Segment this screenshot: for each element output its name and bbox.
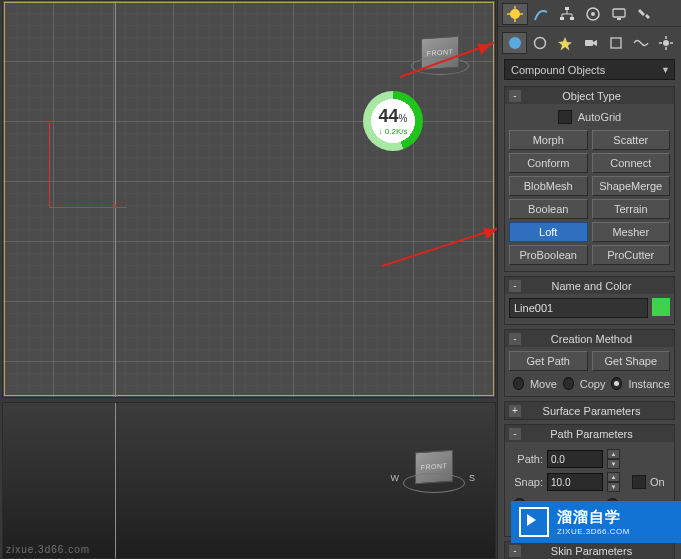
- cat-lights-icon[interactable]: [553, 32, 578, 54]
- object-type-proboolean-button[interactable]: ProBoolean: [509, 245, 588, 265]
- category-dropdown[interactable]: Compound Objects ▼: [504, 59, 675, 80]
- spinner-down-icon[interactable]: ▼: [607, 459, 620, 469]
- rollout-header[interactable]: - Skin Parameters: [505, 542, 674, 559]
- object-type-mesher-button[interactable]: Mesher: [592, 222, 671, 242]
- brand-text-big: 溜溜自学: [557, 508, 621, 525]
- viewcube-ring[interactable]: [411, 57, 469, 75]
- object-type-morph-button[interactable]: Morph: [509, 130, 588, 150]
- svg-rect-10: [613, 9, 625, 17]
- radio-copy-label: Copy: [580, 378, 606, 390]
- cat-systems-icon[interactable]: [654, 32, 679, 54]
- autogrid-label: AutoGrid: [578, 111, 621, 123]
- spinner-up-icon[interactable]: ▲: [607, 472, 620, 482]
- viewport-area: x FRONT 44% ↓ 0.2K/s FRONT W S zixue.3d6…: [0, 0, 498, 559]
- progress-percent: 44: [379, 106, 399, 126]
- snap-on-checkbox[interactable]: [632, 475, 646, 489]
- svg-point-12: [509, 37, 521, 49]
- object-name-value: Line001: [514, 302, 553, 314]
- object-type-conform-button[interactable]: Conform: [509, 153, 588, 173]
- rollout-title: Name and Color: [509, 280, 674, 292]
- tab-create-icon[interactable]: [502, 3, 528, 25]
- svg-rect-11: [617, 18, 621, 20]
- object-color-swatch[interactable]: [652, 298, 670, 316]
- spline-vertex: [46, 121, 54, 122]
- object-type-boolean-button[interactable]: Boolean: [509, 199, 588, 219]
- svg-point-13: [534, 38, 545, 49]
- viewport-divider: [115, 403, 116, 558]
- rollout-title: Surface Parameters: [509, 405, 674, 417]
- rollout-skin-parameters: - Skin Parameters: [504, 541, 675, 559]
- tab-motion-icon[interactable]: [580, 3, 606, 25]
- path-spinner-buttons[interactable]: ▲ ▼: [607, 449, 620, 469]
- category-dropdown-label: Compound Objects: [511, 64, 605, 76]
- path-label: Path:: [509, 453, 543, 465]
- radio-move-label: Move: [530, 378, 557, 390]
- command-panel: Compound Objects ▼ - Object Type AutoGri…: [497, 0, 681, 559]
- radio-instance[interactable]: [611, 377, 622, 390]
- svg-point-9: [591, 12, 595, 16]
- svg-point-0: [510, 9, 520, 19]
- autogrid-checkbox[interactable]: [558, 110, 572, 124]
- rollout-header[interactable]: + Surface Parameters: [505, 402, 674, 419]
- object-type-blobmesh-button[interactable]: BlobMesh: [509, 176, 588, 196]
- panel-tab-row: [498, 0, 681, 26]
- snap-spinner-buttons[interactable]: ▲ ▼: [607, 472, 620, 492]
- create-category-row: [498, 26, 681, 55]
- rollout-surface-parameters: + Surface Parameters: [504, 401, 675, 420]
- rollout-title: Creation Method: [509, 333, 674, 345]
- object-type-connect-button[interactable]: Connect: [592, 153, 671, 173]
- rollout-title: Object Type: [509, 90, 674, 102]
- axis-w: W: [391, 473, 400, 483]
- spinner-up-icon[interactable]: ▲: [607, 449, 620, 459]
- spinner-down-icon[interactable]: ▼: [607, 482, 620, 492]
- get-path-button[interactable]: Get Path: [509, 351, 588, 371]
- svg-point-16: [663, 40, 669, 46]
- snap-spinner[interactable]: 10.0: [547, 473, 603, 491]
- brand-play-icon: [519, 507, 549, 537]
- object-type-procutter-button[interactable]: ProCutter: [592, 245, 671, 265]
- object-type-terrain-button[interactable]: Terrain: [592, 199, 671, 219]
- rollout-object-type: - Object Type AutoGrid MorphScatterConfo…: [504, 86, 675, 272]
- tab-utilities-icon[interactable]: [632, 3, 658, 25]
- cat-shapes-icon[interactable]: [527, 32, 552, 54]
- tab-modify-icon[interactable]: [528, 3, 554, 25]
- rollout-header[interactable]: - Name and Color: [505, 277, 674, 294]
- svg-rect-5: [565, 7, 569, 10]
- download-progress-widget: 44% ↓ 0.2K/s: [363, 91, 423, 151]
- axis-s: S: [469, 473, 475, 483]
- rollout-title: Path Parameters: [509, 428, 674, 440]
- viewport-divider: [115, 1, 116, 397]
- object-type-shapemerge-button[interactable]: ShapeMerge: [592, 176, 671, 196]
- object-type-loft-button[interactable]: Loft: [509, 222, 588, 242]
- svg-rect-14: [585, 40, 593, 46]
- brand-text-small: ZIXUE.3D66.COM: [557, 527, 630, 536]
- tab-display-icon[interactable]: [606, 3, 632, 25]
- rollout-creation-method: - Creation Method Get Path Get Shape Mov…: [504, 329, 675, 397]
- rollout-header[interactable]: - Creation Method: [505, 330, 674, 347]
- rollout-header[interactable]: - Object Type: [505, 87, 674, 104]
- object-type-scatter-button[interactable]: Scatter: [592, 130, 671, 150]
- svg-rect-6: [560, 17, 564, 20]
- brand-overlay: 溜溜自学 ZIXUE.3D66.COM: [511, 501, 681, 543]
- rollout-name-color: - Name and Color Line001: [504, 276, 675, 325]
- radio-instance-label: Instance: [628, 378, 670, 390]
- object-name-field[interactable]: Line001: [509, 298, 648, 318]
- radio-copy[interactable]: [563, 377, 574, 390]
- rollout-header[interactable]: - Path Parameters: [505, 425, 674, 442]
- get-shape-button[interactable]: Get Shape: [592, 351, 671, 371]
- viewport-perspective[interactable]: FRONT W S: [2, 402, 496, 559]
- tab-hierarchy-icon[interactable]: [554, 3, 580, 25]
- viewcube-ring[interactable]: [403, 473, 465, 493]
- progress-rate: ↓ 0.2K/s: [379, 127, 408, 136]
- axis-label-x: x: [113, 200, 118, 210]
- path-spinner[interactable]: 0.0: [547, 450, 603, 468]
- cat-spacewarps-icon[interactable]: [628, 32, 653, 54]
- progress-percent-unit: %: [399, 113, 408, 124]
- viewport-front[interactable]: x FRONT 44% ↓ 0.2K/s: [2, 0, 496, 398]
- radio-move[interactable]: [513, 377, 524, 390]
- cat-cameras-icon[interactable]: [578, 32, 603, 54]
- rollout-title: Skin Parameters: [509, 545, 674, 557]
- cat-helpers-icon[interactable]: [603, 32, 628, 54]
- cat-geometry-icon[interactable]: [502, 32, 527, 54]
- watermark: zixue.3d66.com: [6, 544, 90, 555]
